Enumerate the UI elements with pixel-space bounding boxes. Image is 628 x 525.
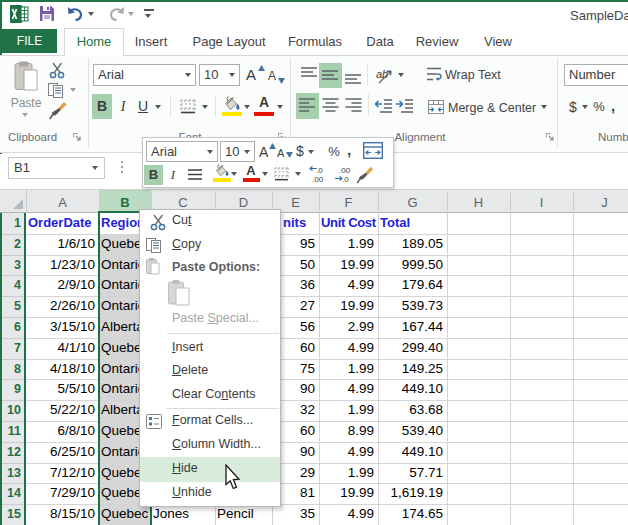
svg-text:.0: .0 [316,166,323,175]
svg-text:.00: .00 [339,166,351,175]
svg-text:ab: ab [376,68,388,80]
svg-text:.00: .00 [312,175,324,184]
svg-text:.0: .0 [342,175,349,184]
